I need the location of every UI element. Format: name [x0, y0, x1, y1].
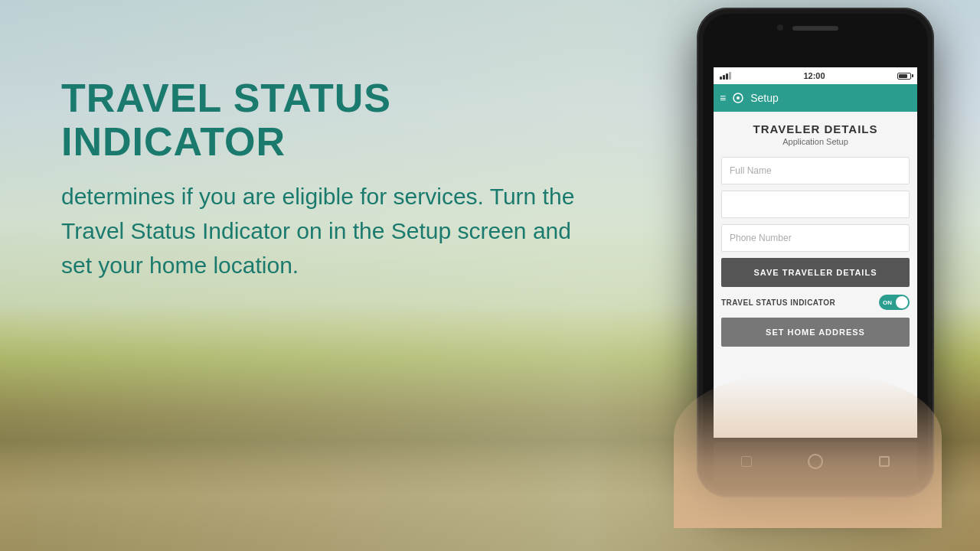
phone-mockup: 12:00 ≡ Setup — [697, 8, 934, 528]
status-right — [897, 73, 911, 80]
status-time: 12:00 — [803, 71, 825, 80]
volume-down-button — [697, 145, 697, 172]
hand-finger — [674, 375, 942, 528]
signal-bar-3 — [726, 73, 728, 80]
signal-bar-1 — [720, 77, 722, 80]
camera — [777, 24, 783, 31]
signal-bars — [720, 72, 731, 80]
toggle-knob — [896, 296, 908, 308]
full-name-input[interactable] — [721, 157, 910, 184]
toggle-on-label: ON — [883, 299, 892, 306]
signal-bar-4 — [729, 72, 731, 80]
app-bar: ≡ Setup — [714, 84, 917, 112]
status-bar: 12:00 — [714, 67, 917, 84]
section-title: TRAVELER DETAILS — [721, 122, 910, 135]
travel-status-row: TRAVEL STATUS INDICATOR ON — [721, 295, 910, 310]
signal-bar-2 — [723, 75, 725, 80]
battery-icon — [897, 73, 911, 80]
set-home-address-button[interactable]: SET HOME ADDRESS — [721, 318, 910, 347]
app-bar-title: Setup — [750, 92, 779, 104]
travel-status-label: TRAVEL STATUS INDICATOR — [721, 298, 835, 307]
app-bar-icon — [732, 92, 744, 104]
speaker — [792, 26, 838, 31]
svg-point-1 — [737, 96, 740, 99]
volume-up-button — [697, 111, 697, 138]
section-subtitle: Application Setup — [721, 137, 910, 146]
phone-number-input[interactable] — [721, 224, 910, 252]
save-traveler-details-button[interactable]: SAVE TRAVELER DETAILS — [721, 258, 910, 287]
screen-content: TRAVELER DETAILS Application Setup 00-AA… — [714, 112, 917, 357]
power-side-button — [933, 99, 934, 138]
main-title: TRAVEL STATUS INDICATOR — [61, 77, 582, 164]
description-text: determines if you are eligible for servi… — [61, 179, 582, 282]
status-left — [720, 72, 731, 80]
left-content-area: TRAVEL STATUS INDICATOR determines if yo… — [61, 77, 582, 282]
mute-button — [697, 84, 697, 103]
id-number-input[interactable]: 00-AA-AAA-12345 — [721, 191, 910, 218]
battery-fill — [899, 74, 907, 78]
menu-icon[interactable]: ≡ — [720, 92, 726, 104]
travel-status-toggle[interactable]: ON — [879, 295, 910, 310]
